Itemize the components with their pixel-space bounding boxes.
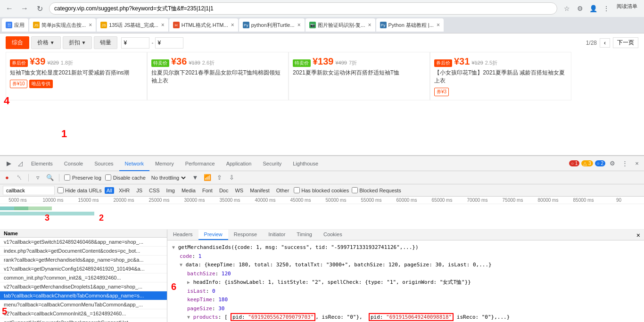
product-card-2[interactable]: 特卖价 ¥36 ¥139 2.6折 拉夏贝尔旗下2021春季新品女款印花T恤纯棉… <box>147 52 289 100</box>
filter-type-doc[interactable]: Doc <box>217 187 231 194</box>
has-blocked-cookies-checkbox[interactable] <box>294 187 300 193</box>
price-from-input[interactable] <box>121 37 149 49</box>
detail-tab-preview[interactable]: Preview <box>198 230 228 240</box>
reading-list-button[interactable]: 阅读清单 <box>614 3 640 14</box>
device-toggle-button[interactable]: ◿ <box>15 158 25 169</box>
filter-tab-price[interactable]: 价格 <box>31 36 61 49</box>
tab-py1-close[interactable]: × <box>297 22 301 28</box>
request-item-1[interactable]: index.php?callback=getDocumentContent&co… <box>0 247 167 256</box>
clear-button[interactable]: ␡ <box>15 173 24 182</box>
request-5-text: v2?callback=getMerchandiseDroplets1&app_… <box>4 284 142 289</box>
address-bar[interactable] <box>49 2 557 15</box>
tab-apps[interactable]: ☷ 应用 <box>2 18 28 32</box>
disable-cache-label[interactable]: Disable cache <box>105 174 146 181</box>
reload-button[interactable]: ↻ <box>34 3 45 14</box>
menu-button[interactable]: ⋮ <box>601 3 612 14</box>
filter-type-media[interactable]: Media <box>180 187 198 194</box>
filter-input[interactable] <box>3 186 55 195</box>
filter-tab-discount[interactable]: 折扣 <box>63 36 92 49</box>
has-blocked-cookies-label[interactable]: Has blocked cookies <box>294 187 349 193</box>
tab-console[interactable]: Console <box>58 156 89 171</box>
price-to-input[interactable] <box>155 37 183 49</box>
tab-network[interactable]: Network <box>119 156 149 171</box>
download-button[interactable]: ⇩ <box>228 173 236 182</box>
more-tools-button[interactable]: ⋮ <box>619 158 630 169</box>
filter-tab-sales[interactable]: 销量 <box>94 36 117 49</box>
wifi-button[interactable]: 📶 <box>203 173 212 182</box>
tab-security[interactable]: Security <box>257 156 287 171</box>
tab-performance[interactable]: Performance <box>180 156 221 171</box>
tab-application[interactable]: Application <box>221 156 257 171</box>
close-devtools-button[interactable]: × <box>632 158 642 169</box>
filter-type-css[interactable]: CSS <box>147 187 162 194</box>
blocked-requests-checkbox[interactable] <box>352 187 358 193</box>
json-keeptime-val: 180 <box>218 297 228 303</box>
request-item-7[interactable]: menu?callback=callbackCommonMenuTabCommo… <box>0 300 167 309</box>
tab-img-close[interactable]: × <box>368 22 371 28</box>
detail-tab-timing[interactable]: Timing <box>291 230 318 240</box>
prev-page-button[interactable]: ‹ <box>600 38 610 48</box>
product-card-1[interactable]: 券后价 ¥39 ¥229 1.8折 短袖T恤女宽松显度2021新款可爱减龄百搭i… <box>6 52 147 100</box>
filter-type-other[interactable]: Other <box>274 187 291 194</box>
request-item-4[interactable]: common_init.php?common_init2&_=162489246… <box>0 273 167 282</box>
tab-img[interactable]: 📷 图片验证码识别-复... × <box>305 18 375 32</box>
filter-tab-comprehensive[interactable]: 综合 <box>6 36 29 49</box>
filter-type-manifest[interactable]: Manifest <box>248 187 272 194</box>
detail-tab-cookies[interactable]: Cookies <box>318 230 348 240</box>
preserve-log-label[interactable]: Preserve log <box>64 174 101 181</box>
tab-py2[interactable]: Py Python 基础教程 |... × <box>376 18 444 32</box>
throttle-select[interactable]: No throttling <box>149 173 187 182</box>
disable-cache-checkbox[interactable] <box>105 174 111 181</box>
tab-py1[interactable]: Py python利用Turtle... × <box>239 18 305 32</box>
blocked-requests-label[interactable]: Blocked Requests <box>352 187 401 193</box>
back-button[interactable]: ← <box>4 3 15 14</box>
tab-js1[interactable]: JS 简单js实现点击按... × <box>29 18 96 32</box>
filter-toggle-button[interactable]: ▿ <box>33 173 42 182</box>
forward-button[interactable]: → <box>19 3 30 14</box>
request-item-5[interactable]: v2?callback=getMerchandiseDroplets1&app_… <box>0 282 167 291</box>
request-item-6[interactable]: tab?callback=callbackChannelbTabCommon&a… <box>0 291 167 300</box>
detail-tab-headers[interactable]: Headers <box>167 230 198 240</box>
tab-elements[interactable]: Elements <box>25 156 58 171</box>
throttle-arrow-button[interactable]: ▼ <box>191 173 199 182</box>
filter-type-ws[interactable]: WS <box>233 187 245 194</box>
tab-html[interactable]: H HTML格式化 HTM... × <box>169 18 238 32</box>
filter-type-all[interactable]: All <box>105 187 114 194</box>
request-item-9[interactable]: getSuggestHotKeywords?callback=searchSug… <box>0 318 167 322</box>
tab-js2-close[interactable]: × <box>161 22 165 28</box>
profile-button[interactable]: 👤 <box>587 3 599 14</box>
filter-type-js[interactable]: JS <box>134 187 144 194</box>
filter-type-xhr[interactable]: XHR <box>117 187 132 194</box>
request-1-text: index.php?callback=getDocumentContent&co… <box>4 248 140 254</box>
search-button[interactable]: 🔍 <box>46 173 54 182</box>
tab-html-close[interactable]: × <box>231 22 234 28</box>
hide-data-urls-label[interactable]: Hide data URLs <box>58 187 102 193</box>
tab-js1-close[interactable]: × <box>89 22 92 28</box>
request-item-2[interactable]: rank?callback=getMerchandiseIds&app_name… <box>0 256 167 264</box>
detail-tab-response[interactable]: Response <box>228 230 263 240</box>
hide-data-urls-checkbox[interactable] <box>58 187 64 193</box>
detail-tab-initiator[interactable]: Initiator <box>263 230 291 240</box>
tab-py2-close[interactable]: × <box>437 22 440 28</box>
tab-sources[interactable]: Sources <box>89 156 119 171</box>
preserve-log-checkbox[interactable] <box>64 174 70 181</box>
filter-type-font[interactable]: Font <box>200 187 215 194</box>
tab-memory[interactable]: Memory <box>149 156 180 171</box>
detail-close-button[interactable]: × <box>633 230 644 241</box>
upload-button[interactable]: ⇧ <box>215 173 224 182</box>
tab-img-label: 图片验证码识别-复... <box>318 22 365 29</box>
next-page-button[interactable]: 下一页 <box>613 37 638 48</box>
request-item-0[interactable]: v1?callback=getSwitch1624892460468&app_n… <box>0 238 167 247</box>
tab-lighthouse[interactable]: Lighthouse <box>287 156 324 171</box>
product-card-4[interactable]: 券后价 ¥31 ¥129 2.5折 【小女孩印花T恤】2021夏季新品 减龄百搭… <box>430 52 571 100</box>
bookmark-star-button[interactable]: ☆ <box>561 3 572 14</box>
record-button[interactable]: ● <box>3 173 11 182</box>
request-item-3[interactable]: v1?callback=getDynamicConfig162489246192… <box>0 264 167 273</box>
filter-type-img[interactable]: Img <box>165 187 177 194</box>
tab-js2[interactable]: JS 135话 JS基础_完成... × <box>97 18 168 32</box>
product-card-3[interactable]: 特卖价 ¥139 ¥499 7折 2021夏季新款女运动休闲百搭舒适短袖T恤 <box>289 52 430 100</box>
request-item-8[interactable]: v2?callback=callbackCommonInit2&_=162489… <box>0 309 167 318</box>
extensions-button[interactable]: ⚙ <box>574 3 586 14</box>
settings-button[interactable]: ⚙ <box>607 158 618 169</box>
inspect-element-button[interactable]: ▶ <box>4 158 14 169</box>
